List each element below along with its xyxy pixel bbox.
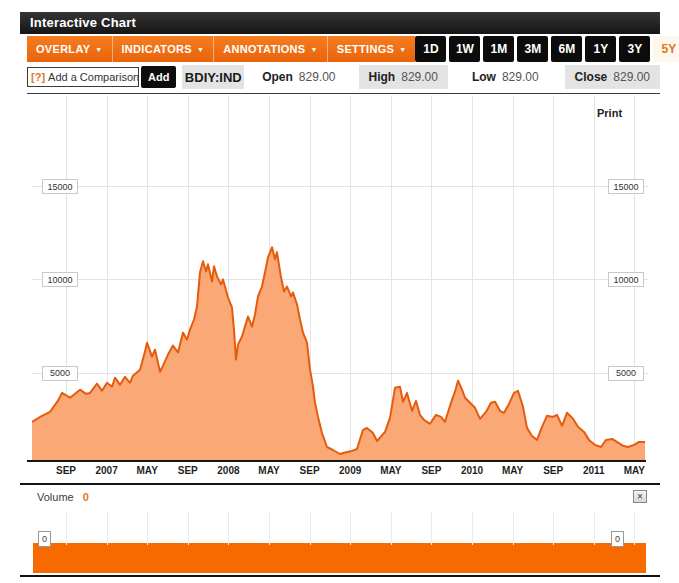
quote-label: Open — [262, 70, 293, 84]
x-axis-tick-label: 2007 — [87, 465, 127, 476]
x-axis-tick-label: MAY — [614, 465, 654, 476]
x-axis-tick-label: SEP — [533, 465, 573, 476]
x-axis-tick-label: SEP — [168, 465, 208, 476]
x-axis-tick-label: MAY — [493, 465, 533, 476]
menu-indicators[interactable]: INDICATORS▼ — [113, 36, 215, 62]
x-axis-tick-label: 2011 — [574, 465, 614, 476]
x-axis-tick-label: SEP — [290, 465, 330, 476]
volume-gridline — [228, 511, 229, 545]
range-scrubber-bar[interactable] — [33, 543, 646, 573]
range-button-6m[interactable]: 6M — [551, 36, 582, 62]
range-button-3y[interactable]: 3Y — [619, 36, 650, 62]
symbol-label: BDIY:IND — [182, 65, 244, 89]
menu-settings[interactable]: SETTINGS▼ — [328, 36, 416, 62]
x-axis-line — [27, 460, 646, 462]
x-axis-tick-label: 2010 — [452, 465, 492, 476]
quote-label: High — [369, 70, 396, 84]
volume-gridline — [269, 511, 270, 545]
price-chart-area[interactable]: Print 5000500010000100001500015000 — [0, 96, 679, 460]
quote-high: High829.00 — [359, 65, 448, 89]
quote-low: Low829.00 — [462, 65, 549, 89]
range-button-1m[interactable]: 1M — [483, 36, 514, 62]
range-button-group: 1D1W1M3M6M1Y3Y5YYTD — [415, 36, 679, 62]
interactive-chart-app: Interactive Chart OVERLAY▼INDICATORS▼ANN… — [0, 0, 679, 583]
page-title: Interactive Chart — [20, 12, 660, 34]
menu-bar: OVERLAY▼INDICATORS▼ANNOTATIONS▼SETTINGS▼… — [27, 36, 656, 62]
volume-gridline — [513, 511, 514, 545]
range-button-5y[interactable]: 5Y — [653, 36, 679, 62]
caret-down-icon: ▼ — [311, 45, 318, 53]
close-icon[interactable]: × — [633, 490, 647, 503]
add-comparison-placeholder: Add a Comparison — [48, 71, 139, 83]
caret-down-icon: ▼ — [197, 45, 204, 53]
x-axis: SEP2007MAYSEP2008MAYSEP2009MAYSEP2010MAY… — [0, 460, 679, 483]
bottom-border — [20, 575, 660, 577]
range-button-3m[interactable]: 3M — [517, 36, 548, 62]
volume-gridline — [310, 511, 311, 545]
scrubber-right-handle[interactable]: 0 — [611, 531, 624, 547]
menu-annotations[interactable]: ANNOTATIONS▼ — [214, 36, 328, 62]
volume-gridline — [431, 511, 432, 545]
volume-gridline — [553, 511, 554, 545]
quote-open: Open829.00 — [252, 65, 345, 89]
volume-gridline — [188, 511, 189, 545]
add-comparison-input[interactable]: [?] Add a Comparison — [27, 67, 139, 87]
volume-gridline — [66, 511, 67, 545]
quote-close: Close829.00 — [565, 65, 660, 89]
toolbar-divider — [27, 93, 660, 94]
volume-gridline — [594, 511, 595, 545]
help-icon[interactable]: [?] — [31, 71, 45, 83]
volume-label: Volume0 — [37, 491, 89, 503]
add-button[interactable]: Add — [141, 66, 176, 88]
volume-value: 0 — [83, 491, 89, 503]
range-button-1d[interactable]: 1D — [415, 36, 446, 62]
x-axis-tick-label: SEP — [46, 465, 86, 476]
quote-value: 829.00 — [299, 70, 336, 84]
quote-value: 829.00 — [613, 70, 650, 84]
quote-label: Low — [472, 70, 496, 84]
volume-gridline — [634, 511, 635, 545]
range-button-1w[interactable]: 1W — [449, 36, 480, 62]
menu-overlay[interactable]: OVERLAY▼ — [27, 36, 113, 62]
quote-label: Close — [575, 70, 608, 84]
caret-down-icon: ▼ — [399, 45, 406, 53]
x-axis-tick-label: 2009 — [330, 465, 370, 476]
menu-item-label: OVERLAY — [36, 43, 90, 55]
dropdown-menu-group: OVERLAY▼INDICATORS▼ANNOTATIONS▼SETTINGS▼ — [27, 36, 415, 62]
quote-value: 829.00 — [502, 70, 539, 84]
range-button-1y[interactable]: 1Y — [585, 36, 616, 62]
menu-item-label: INDICATORS — [122, 43, 192, 55]
quote-group: Open829.00High829.00Low829.00Close829.00 — [244, 65, 660, 89]
volume-separator — [20, 483, 660, 485]
x-axis-tick-label: 2008 — [208, 465, 248, 476]
volume-gridline — [147, 511, 148, 545]
comparison-toolbar: [?] Add a Comparison Add BDIY:IND Open82… — [27, 64, 660, 90]
x-axis-tick-label: MAY — [127, 465, 167, 476]
x-axis-tick-label: MAY — [371, 465, 411, 476]
volume-gridline — [391, 511, 392, 545]
scrubber-left-handle[interactable]: 0 — [38, 531, 51, 547]
x-axis-tick-label: SEP — [411, 465, 451, 476]
x-axis-tick-label: MAY — [249, 465, 289, 476]
volume-gridline — [107, 511, 108, 545]
quote-value: 829.00 — [401, 70, 438, 84]
volume-pane: Volume0 × 0 0 — [0, 483, 679, 580]
menu-item-label: SETTINGS — [337, 43, 394, 55]
price-area-series — [32, 96, 645, 460]
volume-label-text: Volume — [37, 491, 74, 503]
volume-gridline — [472, 511, 473, 545]
menu-item-label: ANNOTATIONS — [223, 43, 305, 55]
volume-gridline — [350, 511, 351, 545]
caret-down-icon: ▼ — [95, 45, 102, 53]
